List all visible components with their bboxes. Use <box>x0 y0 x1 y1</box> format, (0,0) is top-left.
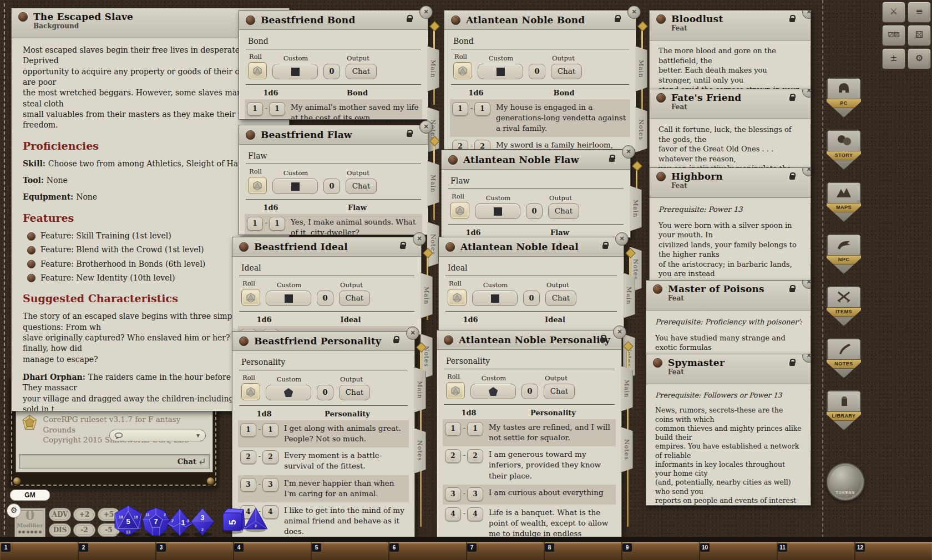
roll-range-low[interactable]: 1 <box>247 102 263 116</box>
chat-input[interactable]: Chat <box>19 454 210 469</box>
tab-main[interactable]: Main <box>635 46 647 91</box>
roll-die-button[interactable] <box>241 289 260 306</box>
dice-pair-icon[interactable]: ⚂⚄ <box>882 25 905 46</box>
custom-die-box[interactable] <box>272 64 318 79</box>
sidebar-item-notes[interactable]: NOTES <box>827 338 861 378</box>
gear-icon[interactable]: ⚙ <box>908 48 931 69</box>
modifier-button-plus2[interactable]: +2 <box>73 508 95 521</box>
roll-die-button[interactable] <box>241 383 260 400</box>
roll-range-high[interactable]: 1 <box>474 102 490 116</box>
roll-die-button[interactable] <box>448 289 467 306</box>
custom-count[interactable]: 0 <box>317 385 333 400</box>
roll-range-high[interactable]: 2 <box>262 450 278 464</box>
plus-minus-icon[interactable]: ± <box>882 48 905 69</box>
modifier-button-dis[interactable]: DIS <box>49 523 71 537</box>
roll-range-high[interactable]: 2 <box>467 449 483 463</box>
roll-range-high[interactable]: 1 <box>269 102 285 116</box>
custom-die-box[interactable] <box>470 384 516 399</box>
roll-range-low[interactable]: 4 <box>445 507 461 521</box>
d20-die[interactable]: 5 18 16 13 <box>113 505 143 537</box>
close-button[interactable]: ✕ <box>613 325 626 339</box>
sidebar-item-story[interactable]: STORY <box>827 130 861 170</box>
roll-die-button[interactable] <box>248 177 267 194</box>
gear-icon[interactable]: ⚙ <box>7 503 21 518</box>
d12-die[interactable]: 7 11 2 <box>142 507 170 537</box>
info-list-icon[interactable]: ≡ <box>908 2 931 23</box>
d4-die[interactable]: 2 <box>243 507 269 532</box>
hotkey-slot-8[interactable]: 8 <box>545 543 554 552</box>
close-button[interactable]: ✕ <box>419 6 433 19</box>
hotkey-slot-4[interactable]: 4 <box>234 543 244 552</box>
hotkey-slot-2[interactable]: 2 <box>79 543 88 552</box>
tab-notes[interactable]: Notes <box>635 107 647 152</box>
tab-notes[interactable]: Notes <box>810 451 811 496</box>
tab-notes[interactable]: Notes <box>427 222 439 267</box>
custom-count[interactable]: 0 <box>323 64 340 79</box>
tab-notes[interactable]: Notes <box>810 264 811 281</box>
roll-range-low[interactable]: 3 <box>445 487 461 501</box>
tab-notes[interactable]: Notes <box>621 427 633 472</box>
tab-main[interactable]: Main <box>621 366 633 411</box>
hotkey-slot-12[interactable]: 12 <box>855 543 865 552</box>
roll-range-high[interactable]: 4 <box>467 507 483 521</box>
custom-die-box[interactable] <box>266 385 311 400</box>
tab-main[interactable]: Main <box>810 316 811 355</box>
roll-die-button[interactable] <box>453 62 472 79</box>
roll-range-low[interactable]: 1 <box>247 217 263 231</box>
roll-die-button[interactable] <box>450 202 469 219</box>
d8-die[interactable]: 3 2 <box>190 508 215 537</box>
roll-range-high[interactable]: 3 <box>467 487 483 501</box>
roll-range-high[interactable]: 2 <box>474 140 490 149</box>
custom-count[interactable]: 0 <box>526 203 543 219</box>
hotkey-slot-7[interactable]: 7 <box>467 543 477 552</box>
custom-count[interactable]: 0 <box>317 291 333 306</box>
output-chat-button[interactable]: Chat <box>551 64 582 79</box>
output-chat-button[interactable]: Chat <box>548 203 579 219</box>
tab-notes[interactable]: Notes <box>414 428 426 474</box>
hotkey-slot-5[interactable]: 5 <box>312 543 321 552</box>
sidebar-item-maps[interactable]: MAPS <box>827 182 861 222</box>
close-button[interactable]: ✕ <box>627 6 641 19</box>
roll-range-high[interactable]: 1 <box>467 422 483 436</box>
output-chat-button[interactable]: Chat <box>339 385 370 400</box>
custom-count[interactable]: 0 <box>529 64 545 79</box>
hotkey-slot-3[interactable]: 3 <box>156 543 166 552</box>
chat-mode-dropdown[interactable]: ▼ <box>109 430 206 441</box>
hotkey-slot-9[interactable]: 9 <box>622 543 632 552</box>
roll-range-low[interactable]: 3 <box>240 478 256 492</box>
output-chat-button[interactable]: Chat <box>346 64 377 79</box>
roll-range-low[interactable]: 2 <box>445 449 461 463</box>
tab-main[interactable]: Main <box>427 161 439 206</box>
d6-die[interactable]: 5 <box>219 506 246 534</box>
tab-main[interactable]: Main <box>630 186 642 231</box>
sidebar-item-items[interactable]: ITEMS <box>827 286 861 326</box>
gm-identity-label[interactable]: GM <box>10 490 50 501</box>
custom-die-box[interactable] <box>478 64 523 79</box>
roll-range-low[interactable]: 1 <box>240 423 256 437</box>
output-chat-button[interactable]: Chat <box>545 291 576 306</box>
crossed-swords-icon[interactable]: ⚔ <box>882 2 905 23</box>
roll-range-high[interactable]: 1 <box>262 423 278 437</box>
hotkey-slot-11[interactable]: 11 <box>778 543 787 552</box>
d10-die[interactable]: 1 7 3 <box>167 508 193 537</box>
output-chat-button[interactable]: Chat <box>346 179 377 194</box>
modifier-button-adv[interactable]: ADV <box>49 508 71 521</box>
roll-range-low[interactable]: 1 <box>445 422 461 436</box>
close-button[interactable]: ✕ <box>419 120 433 134</box>
tab-main[interactable]: Main <box>427 46 439 91</box>
custom-die-box[interactable] <box>475 203 520 219</box>
sidebar-item-library[interactable]: LIBRARY <box>827 390 861 430</box>
tab-main[interactable]: Main <box>414 367 426 413</box>
tab-main[interactable]: Main <box>810 203 811 249</box>
roll-die-button[interactable] <box>248 62 267 79</box>
hotkey-slot-1[interactable]: 1 <box>1 543 11 552</box>
close-button[interactable]: ✕ <box>615 232 629 246</box>
custom-die-box[interactable] <box>472 291 518 306</box>
sidebar-item-npc[interactable]: NPC <box>827 234 861 274</box>
custom-count[interactable]: 0 <box>523 291 540 306</box>
roll-die-button[interactable] <box>446 382 465 399</box>
sidebar-item-pc[interactable]: PC <box>827 78 861 118</box>
output-chat-button[interactable]: Chat <box>544 384 575 399</box>
roll-range-low[interactable]: 2 <box>240 450 256 464</box>
hotkey-slot-10[interactable]: 10 <box>700 543 710 552</box>
